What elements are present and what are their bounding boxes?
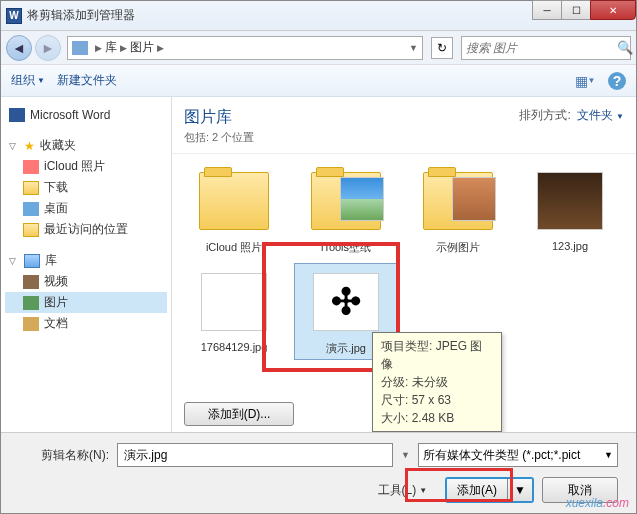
- chevron-down-icon: ▼: [37, 76, 45, 85]
- chevron-down-icon: ▼: [604, 450, 613, 460]
- image-thumb: ✣: [313, 273, 379, 331]
- tooltip: 项目类型: JPEG 图像 分级: 未分级 尺寸: 57 x 63 大小: 2.…: [372, 332, 502, 432]
- file-item-folder[interactable]: iTools壁纸: [294, 162, 398, 259]
- word-icon: [9, 108, 25, 122]
- library-title: 图片库: [184, 107, 254, 128]
- tooltip-line: 项目类型: JPEG 图像: [381, 337, 493, 373]
- breadcrumb-item[interactable]: 图片: [130, 39, 154, 56]
- photo-icon: [23, 160, 39, 174]
- word-app-icon: W: [6, 8, 22, 24]
- file-item-folder[interactable]: 示例图片: [406, 162, 510, 259]
- tools-menu[interactable]: 工具(L) ▼: [378, 482, 428, 499]
- video-icon: [23, 275, 39, 289]
- help-icon[interactable]: ?: [608, 72, 626, 90]
- file-label: 演示.jpg: [326, 341, 366, 356]
- cross-icon: ✣: [331, 281, 361, 323]
- sidebar-item-libraries[interactable]: ▽ 库: [5, 250, 167, 271]
- file-item-image[interactable]: 123.jpg: [518, 162, 622, 259]
- star-icon: ★: [24, 139, 35, 153]
- view-options-button[interactable]: ▦ ▼: [574, 70, 596, 92]
- library-icon: [24, 254, 40, 268]
- sidebar-item-documents[interactable]: 文档: [5, 313, 167, 334]
- organize-menu[interactable]: 组织 ▼: [11, 72, 45, 89]
- tooltip-line: 尺寸: 57 x 63: [381, 391, 493, 409]
- chevron-down-icon[interactable]: ▼: [401, 450, 410, 460]
- folder-icon: [311, 172, 381, 230]
- file-label: 示例图片: [436, 240, 480, 255]
- filetype-select[interactable]: 所有媒体文件类型 (*.pct;*.pict ▼: [418, 443, 618, 467]
- sidebar: Microsoft Word ▽ ★ 收藏夹 iCloud 照片 下载 桌面 最…: [1, 97, 171, 432]
- sidebar-item-word[interactable]: Microsoft Word: [5, 105, 167, 125]
- maximize-button[interactable]: ☐: [561, 0, 591, 20]
- bottom-panel: 剪辑名称(N): ▼ 所有媒体文件类型 (*.pct;*.pict ▼ 工具(L…: [1, 433, 636, 513]
- pictures-icon: [23, 296, 39, 310]
- chevron-down-icon: ▼: [616, 112, 624, 121]
- refresh-button[interactable]: ↻: [431, 37, 453, 59]
- file-label: 123.jpg: [552, 240, 588, 252]
- toolbar: 组织 ▼ 新建文件夹 ▦ ▼ ?: [1, 65, 636, 97]
- sidebar-item-pictures[interactable]: 图片: [5, 292, 167, 313]
- chevron-down-icon: ▼: [419, 486, 427, 495]
- sort-dropdown[interactable]: 文件夹 ▼: [577, 107, 624, 124]
- location-icon: [72, 41, 88, 55]
- chevron-right-icon: ▶: [120, 43, 127, 53]
- chevron-right-icon: ▶: [157, 43, 164, 53]
- image-thumb: [537, 172, 603, 230]
- search-input[interactable]: [466, 41, 617, 55]
- add-button[interactable]: 添加(A): [447, 479, 507, 501]
- sort-label: 排列方式:: [519, 107, 570, 124]
- new-folder-button[interactable]: 新建文件夹: [57, 72, 117, 89]
- breadcrumb-item[interactable]: 库: [105, 39, 117, 56]
- filename-label: 剪辑名称(N):: [19, 447, 109, 464]
- search-box[interactable]: 🔍: [461, 36, 631, 60]
- file-label: iCloud 照片: [206, 240, 262, 255]
- sidebar-item-favorites[interactable]: ▽ ★ 收藏夹: [5, 135, 167, 156]
- folder-icon: [423, 172, 493, 230]
- filename-input[interactable]: [117, 443, 393, 467]
- minimize-button[interactable]: ─: [532, 0, 562, 20]
- nav-bar: ◄ ► ▶ 库 ▶ 图片 ▶ ▼ ↻ 🔍: [1, 31, 636, 65]
- image-thumb: [201, 273, 267, 331]
- file-item-folder[interactable]: iCloud 照片: [182, 162, 286, 259]
- folder-icon: [23, 223, 39, 237]
- tooltip-line: 分级: 未分级: [381, 373, 493, 391]
- file-item-image[interactable]: 17684129.jpg: [182, 263, 286, 360]
- sidebar-item-videos[interactable]: 视频: [5, 271, 167, 292]
- breadcrumb[interactable]: ▶ 库 ▶ 图片 ▶ ▼: [67, 36, 423, 60]
- forward-button[interactable]: ►: [35, 35, 61, 61]
- add-to-button[interactable]: 添加到(D)...: [184, 402, 294, 426]
- collapse-icon: ▽: [9, 141, 19, 151]
- close-button[interactable]: ✕: [590, 0, 636, 20]
- filetype-value: 所有媒体文件类型 (*.pct;*.pict: [423, 447, 580, 464]
- files-grid: iCloud 照片 iTools壁纸 示例图片 123.jpg 17684129…: [172, 154, 636, 396]
- add-split-button[interactable]: 添加(A) ▼: [445, 477, 534, 503]
- watermark: xuexila.com: [566, 493, 629, 510]
- back-button[interactable]: ◄: [6, 35, 32, 61]
- sidebar-item-desktop[interactable]: 桌面: [5, 198, 167, 219]
- sidebar-item-downloads[interactable]: 下载: [5, 177, 167, 198]
- sidebar-item-recent[interactable]: 最近访问的位置: [5, 219, 167, 240]
- desktop-icon: [23, 202, 39, 216]
- search-icon: 🔍: [617, 40, 633, 55]
- chevron-down-icon[interactable]: ▼: [409, 43, 418, 53]
- sidebar-item-icloud[interactable]: iCloud 照片: [5, 156, 167, 177]
- title-bar: W 将剪辑添加到管理器 ─ ☐ ✕: [1, 1, 636, 31]
- collapse-icon: ▽: [9, 256, 19, 266]
- file-label: iTools壁纸: [321, 240, 371, 255]
- add-dropdown-button[interactable]: ▼: [507, 479, 532, 501]
- library-header: 图片库 包括: 2 个位置 排列方式: 文件夹 ▼: [172, 97, 636, 154]
- file-label: 17684129.jpg: [201, 341, 268, 353]
- document-icon: [23, 317, 39, 331]
- library-subtitle: 包括: 2 个位置: [184, 130, 254, 145]
- tooltip-line: 大小: 2.48 KB: [381, 409, 493, 427]
- folder-icon: [23, 181, 39, 195]
- chevron-right-icon: ▶: [95, 43, 102, 53]
- folder-icon: [199, 172, 269, 230]
